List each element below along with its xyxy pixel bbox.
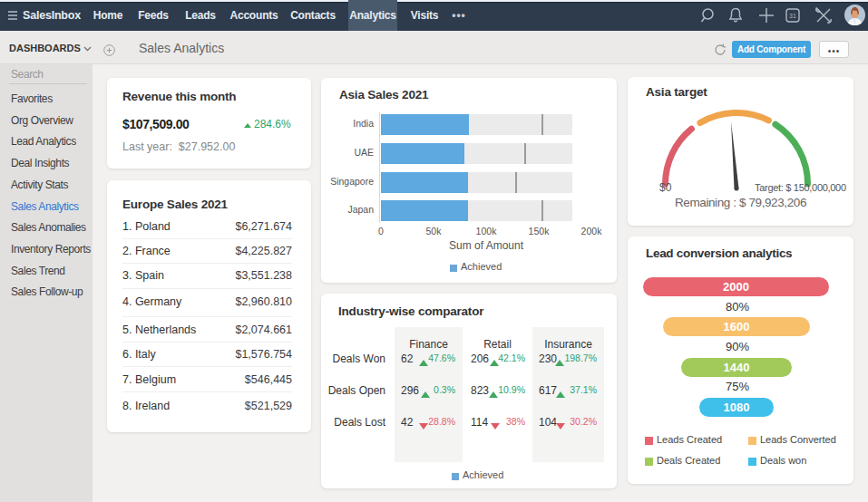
svg-text:31: 31 xyxy=(789,13,796,19)
